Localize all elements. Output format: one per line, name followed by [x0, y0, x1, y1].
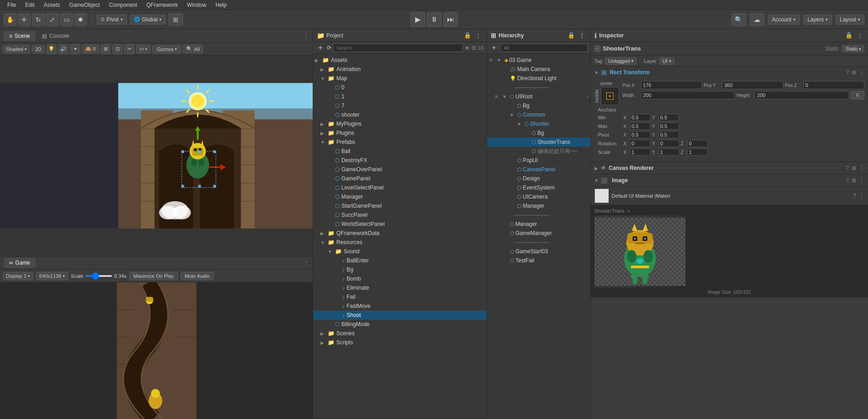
scale-y-input[interactable]: 1 [659, 148, 679, 156]
effects-btn[interactable]: ✦ [70, 44, 80, 54]
prefab-ball[interactable]: ⬡ Ball [313, 147, 487, 156]
common-obj[interactable]: ▼ ⬡ Common [487, 110, 590, 119]
scale-z-input[interactable]: 1 [687, 148, 708, 156]
rect-transform-titlebar[interactable]: ▼ ⊞ Rect Transform ? ⊞ ⋮ [591, 66, 868, 78]
resources-folder[interactable]: ▼ 📁 Resources [313, 238, 487, 247]
rt-more-icon[interactable]: ⋮ [859, 69, 864, 76]
bg-shooter[interactable]: ⬡ Bg [487, 128, 590, 138]
lock-btn[interactable]: 🔒 [463, 31, 472, 40]
audio-fastmove[interactable]: ♪ FastMove [313, 301, 487, 311]
scene-extra1[interactable]: ⊞ [101, 44, 111, 54]
more-btn[interactable]: ⋮ [474, 31, 483, 40]
scene-tab[interactable]: ≡ Scene [4, 31, 36, 41]
prefabs-folder[interactable]: ▼ 📁 Prefabs [313, 138, 487, 147]
sound-folder[interactable]: ▼ 📁 Sound [313, 247, 487, 256]
cr-help[interactable]: ? [846, 165, 849, 171]
gizmos-dropdown[interactable]: Gizmos [152, 45, 181, 53]
material-swatch[interactable] [594, 189, 609, 203]
shaded-dropdown[interactable]: Shaded [3, 45, 30, 53]
scale-slider[interactable] [85, 275, 112, 277]
search-scene[interactable]: 🔍 All [183, 45, 203, 53]
layers-dropdown[interactable]: Layers ▾ [803, 15, 832, 25]
menu-file[interactable]: File [4, 1, 20, 9]
inspector-lock[interactable]: 🔒 [844, 31, 853, 40]
menu-edit[interactable]: Edit [21, 1, 38, 9]
audio-btn[interactable]: 🔊 [58, 44, 68, 54]
rot-y-input[interactable]: 0 [659, 140, 679, 147]
testfail[interactable]: ⬡ TestFail [487, 256, 590, 265]
resolution-dropdown[interactable]: 640x1136 [36, 272, 68, 280]
scale-x-input[interactable]: 1 [630, 148, 650, 156]
scene-extra2[interactable]: ⊡ [112, 44, 122, 54]
scene-03game[interactable]: ✕ ▼ ◆ 03 Game ⋮ [487, 56, 590, 65]
layer-dropdown[interactable]: UI [660, 57, 675, 65]
prefab-succpanel[interactable]: ⬡ SuccPanel [313, 210, 487, 220]
pause-button[interactable]: ⏸ [427, 12, 442, 27]
posx-field[interactable]: 176 [641, 81, 702, 89]
favorites-btn[interactable]: ★ [465, 45, 470, 51]
hierarchy-lock[interactable]: 🔒 [567, 31, 576, 40]
manager-root[interactable]: ⬡ Manager [487, 220, 590, 229]
add-asset-btn[interactable]: + [316, 43, 325, 52]
rot-x-input[interactable]: 0 [630, 140, 650, 147]
posz-field[interactable]: 0 [803, 81, 865, 89]
gamestart03[interactable]: ⬡ GameStart03 [487, 247, 590, 256]
posy-field[interactable]: 360 [722, 81, 783, 89]
project-search-input[interactable] [333, 44, 463, 52]
audio-ballenter[interactable]: ♪ BallEnter [313, 256, 487, 265]
hierarchy-options[interactable]: ⋮ [584, 57, 589, 63]
map-0[interactable]: ⬡ 0 [313, 83, 487, 92]
map-7[interactable]: ⬡ 7 [313, 101, 487, 110]
hierarchy-more[interactable]: ⋮ [578, 31, 587, 40]
height-field[interactable]: 200 [755, 91, 849, 99]
anchors-max-y-input[interactable]: 0.5 [659, 123, 679, 130]
anchors-min-y-input[interactable]: 0.5 [659, 114, 679, 121]
cr-titlebar[interactable]: ▶ 👁 Canvas Renderer ? ⊞ ⋮ [591, 162, 868, 174]
menu-assets[interactable]: Assets [40, 1, 64, 9]
uiroot-expand[interactable]: › [587, 94, 589, 99]
animation-folder[interactable]: ▶ 📁 Animation [313, 65, 487, 74]
img-settings[interactable]: ⊞ [852, 177, 856, 184]
move-tool[interactable]: ✛ [18, 13, 30, 26]
rotate-tool[interactable]: ↻ [32, 13, 45, 26]
lighting-btn[interactable]: 💡 [46, 44, 56, 54]
img-more[interactable]: ⋮ [859, 177, 864, 184]
layout-dropdown[interactable]: Layout ▾ [836, 15, 864, 25]
audio-shoot[interactable]: ♪ Shoot [313, 311, 487, 320]
main-camera[interactable]: 🎥 Main Camera [487, 65, 590, 74]
width-field[interactable]: 200 [641, 91, 735, 99]
extra-tool[interactable]: ⊞ [168, 13, 183, 26]
map-1[interactable]: ⬡ 1 [313, 92, 487, 101]
uicamera[interactable]: ⬡ UICamera [487, 192, 590, 201]
material-help[interactable]: ? [853, 193, 856, 199]
scale-tool[interactable]: ⤢ [46, 13, 59, 26]
bg-uiroot[interactable]: ⬡ Bg [487, 101, 590, 110]
plugins-folder[interactable]: ▶ 📁 Plugins [313, 128, 487, 138]
material-more[interactable]: ⋮ [859, 193, 864, 199]
collab-btn[interactable]: ☁ [750, 13, 764, 26]
rt-help-icon[interactable]: ? [846, 69, 849, 76]
active-checkbox[interactable] [594, 46, 600, 51]
audio-bg[interactable]: ♪ Bg [313, 265, 487, 274]
uiroot[interactable]: ✕ ▼ ⬡ UIRoot › [487, 92, 590, 101]
prefab-destroyfx[interactable]: ⬡ DestroyFX [313, 156, 487, 165]
manager-ui[interactable]: ⬡ Manager [487, 201, 590, 210]
image-titlebar[interactable]: ▼ Image ? ⊞ ⋮ [591, 174, 868, 186]
pivot-y-input[interactable]: 0.5 [659, 131, 679, 138]
cr-settings[interactable]: ⊞ [852, 165, 856, 171]
menu-qframework[interactable]: QFramework [142, 1, 181, 9]
anchors-max-x-input[interactable]: 0.5 [630, 123, 650, 130]
prefab-gameoverpanel[interactable]: ⬡ GameOverPanel [313, 165, 487, 174]
anchors-min-x-input[interactable]: 0.5 [630, 114, 650, 121]
inspector-more[interactable]: ⋮ [855, 31, 864, 40]
assets-root[interactable]: ▶ 📁 Assets [313, 56, 487, 65]
custom-tool[interactable]: ✱ [74, 13, 87, 26]
mute-btn[interactable]: Mute Audio [181, 272, 214, 280]
design-obj[interactable]: ⬡ Design [487, 174, 590, 183]
rt-anchor-box[interactable] [601, 87, 619, 105]
maximize-btn[interactable]: Maximize On Play [129, 272, 178, 280]
rt-settings-icon[interactable]: ⊞ [852, 69, 856, 76]
prefab-startgamepanel[interactable]: ⬡ StartGamePanel [313, 201, 487, 210]
preview-arrow[interactable]: ▾ [628, 209, 630, 214]
img-help[interactable]: ? [846, 177, 849, 184]
